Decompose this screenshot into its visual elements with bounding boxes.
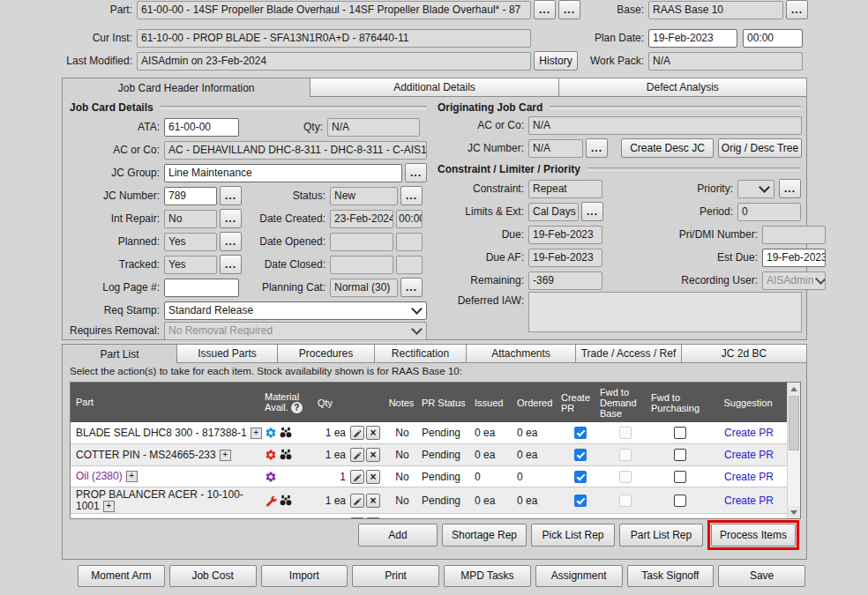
create-pr-checkbox[interactable] [574,471,587,483]
date-closed-label: Date Closed: [242,258,330,271]
tab-attachments[interactable]: Attachments [467,345,576,363]
gear-icon [265,427,277,439]
binoculars-icon[interactable] [280,449,292,461]
jc-group-field[interactable]: Line Maintenance [164,164,402,182]
suggestion-link[interactable]: Create PR [709,471,789,483]
print-button[interactable]: Print [352,565,439,587]
base-browse-button[interactable]: ... [786,0,808,19]
limits-browse-button[interactable]: ... [581,202,603,221]
priority-select[interactable] [737,180,774,198]
binoculars-icon[interactable] [280,495,292,507]
ata-field[interactable]: 61-00-00 [164,118,239,137]
suggestion-link[interactable]: Create PR [709,518,789,519]
remove-icon[interactable]: × [366,470,380,484]
binoculars-icon[interactable] [280,518,292,519]
process-items-button[interactable]: Process Items [711,524,796,547]
part-list-rep-button[interactable]: Part List Rep [619,524,703,547]
task-signoff-button[interactable]: Task Signoff [627,565,715,587]
jc-number-browse-button[interactable]: ... [220,186,242,205]
table-scrollbar[interactable] [787,383,800,518]
fwd-purchasing-checkbox[interactable] [674,518,686,519]
log-page-field[interactable] [164,279,239,297]
expand-icon[interactable]: + [220,450,231,461]
expand-icon[interactable]: + [251,428,262,439]
remove-icon[interactable]: × [366,494,380,508]
shortage-rep-button[interactable]: Shortage Rep [442,524,527,547]
issued-value: 0 ea [475,449,517,461]
tab-trade-access-ref[interactable]: Trade / Access / Ref [576,345,682,363]
tab-defect-analysis[interactable]: Defect Analysis [559,78,806,97]
edit-qty-icon[interactable] [350,470,364,484]
orig-jc-number-browse-button[interactable]: ... [586,138,608,158]
expand-icon[interactable]: + [103,501,115,512]
part-browse2-button[interactable]: ... [558,0,580,19]
scroll-down-icon[interactable] [788,506,800,518]
add-button[interactable]: Add [358,524,438,547]
import-button[interactable]: Import [261,565,348,587]
help-icon[interactable]: ? [291,402,303,413]
tab-procedures[interactable]: Procedures [278,345,375,363]
col-fwd-demand-base: Fwd to Demand Base [600,385,651,420]
table-row: BLADE SEAL DHC8 300 - 817388-1+ 1 ea × N… [71,422,787,443]
est-due-field[interactable]: 19-Feb-2023 [762,249,826,267]
planning-cat-browse-button[interactable]: ... [400,278,423,297]
orig-desc-tree-button[interactable]: Orig / Desc Tree [718,138,802,158]
assignment-button[interactable]: Assignment [535,565,623,587]
part-name-link[interactable]: Oil (2380) [76,471,123,482]
status-browse-button[interactable]: ... [400,186,423,205]
edit-qty-icon[interactable] [350,448,364,462]
jc-number-field[interactable]: 789 [164,187,217,205]
fwd-purchasing-checkbox[interactable] [674,495,686,507]
planned-browse-button[interactable]: ... [220,232,242,251]
tab-additional-details[interactable]: Additional Details [311,78,558,97]
plan-time-field[interactable]: 00:00 [743,29,803,48]
remove-icon[interactable]: × [366,448,380,462]
period-field: 0 [737,203,801,221]
req-stamp-select[interactable]: Standard Release [164,301,427,320]
suggestion-link[interactable]: Create PR [709,427,789,439]
save-button[interactable]: Save [718,565,805,587]
deferred-row: Deferred IAW: [438,292,806,334]
priority-browse-button[interactable]: ... [779,179,801,198]
tab-issued-parts[interactable]: Issued Parts [177,345,278,363]
suggestion-link[interactable]: Create PR [709,495,789,507]
create-pr-checkbox[interactable] [574,449,587,461]
expand-icon[interactable]: + [79,519,91,520]
ordered-value: 0 [517,471,561,483]
fwd-purchasing-checkbox[interactable] [674,471,686,483]
fwd-purchasing-checkbox[interactable] [674,449,686,461]
tracked-browse-button[interactable]: ... [220,255,242,274]
jc-group-browse-button[interactable]: ... [405,163,427,182]
tab-part-list[interactable]: Part List [63,345,177,363]
scroll-up-icon[interactable] [788,383,800,395]
create-pr-checkbox[interactable] [574,427,587,439]
scrollbar-thumb[interactable] [789,396,799,450]
tab-job-card-header-information[interactable]: Job Card Header Information [63,78,311,97]
edit-qty-icon[interactable] [350,494,364,508]
expand-icon[interactable]: + [126,471,138,482]
job-cost-button[interactable]: Job Cost [169,565,257,587]
suggestion-link[interactable]: Create PR [709,449,789,461]
table-header: Part Material Avail.? Qty Notes PR Statu… [71,383,787,422]
edit-qty-icon[interactable] [350,517,364,519]
create-pr-checkbox[interactable] [574,495,587,507]
tab-jc-2d-bc[interactable]: JC 2d BC [682,345,806,363]
create-pr-checkbox[interactable] [574,518,587,519]
create-desc-jc-button[interactable]: Create Desc JC [621,138,714,158]
remove-icon[interactable]: × [366,517,380,519]
part-browse-button[interactable]: ... [534,0,556,19]
edit-qty-icon[interactable] [350,426,364,440]
deferred-field [528,292,802,332]
limits-field: Cal Days [528,203,579,221]
int-repair-browse-button[interactable]: ... [220,209,242,228]
moment-arm-button[interactable]: Moment Arm [78,565,165,587]
mpd-tasks-button[interactable]: MPD Tasks [444,565,531,587]
pick-list-rep-button[interactable]: Pick List Rep [531,524,615,547]
binoculars-icon[interactable] [280,427,292,439]
tab-rectification[interactable]: Rectification [375,345,467,363]
job-card-screen: Part: 61-00-00 - 14SF Propeller Blade Ov… [0,0,868,595]
plan-date-field[interactable]: 19-Feb-2023 [648,29,737,48]
remove-icon[interactable]: × [366,426,380,440]
fwd-purchasing-checkbox[interactable] [674,427,686,439]
history-button[interactable]: History [534,51,578,71]
